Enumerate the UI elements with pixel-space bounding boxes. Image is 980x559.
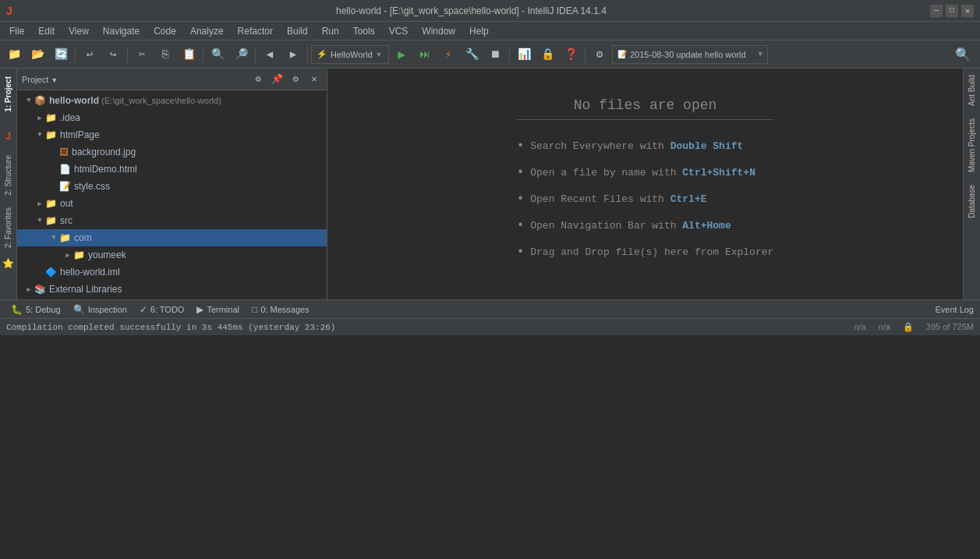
toolbar-search[interactable]: 🔍	[207, 44, 228, 65]
toolbar-replace[interactable]: 🔎	[230, 44, 252, 65]
toolbar-btn-4[interactable]: 🔧	[461, 44, 483, 65]
iml-label: hello-world.iml	[60, 267, 120, 278]
idea-folder-icon: 📁	[45, 112, 57, 124]
tree-com[interactable]: ▼ 📁 com	[17, 229, 327, 246]
menu-window[interactable]: Window	[416, 24, 462, 38]
tree-src[interactable]: ▼ 📁 src	[17, 212, 327, 229]
toolbar-nav-back[interactable]: ◀	[259, 44, 281, 65]
tree-background-jpg[interactable]: 🖼 background.jpg	[17, 143, 327, 161]
project-panel-title: Project ▼	[22, 75, 247, 84]
vcs-commit-text: 2015-08-30 update hello world	[630, 50, 746, 59]
tree-root[interactable]: ▼ 📦 hello-world (E:\git_work_space\hello…	[17, 92, 327, 109]
messages-icon: □	[252, 304, 257, 315]
bg-label: background.jpg	[72, 147, 136, 157]
tree-out[interactable]: ▶ 📁 out	[17, 195, 327, 212]
extlib-label: External Libraries	[49, 284, 122, 295]
hint-bullet-4: •	[517, 218, 525, 232]
status-debug[interactable]: 🐛 5: Debug	[6, 302, 65, 317]
panel-settings-btn[interactable]: ⚙	[250, 72, 266, 87]
sidebar-item-structure[interactable]: 2: Structure	[2, 149, 14, 202]
menu-run[interactable]: Run	[316, 24, 345, 38]
menu-file[interactable]: File	[3, 24, 30, 38]
toolbar-nav-forward[interactable]: ▶	[282, 44, 304, 65]
menu-refactor[interactable]: Refactor	[232, 24, 279, 38]
toolbar-btn-8[interactable]: ❓	[560, 44, 582, 65]
toolbar-sep-7	[585, 47, 586, 62]
panel-pin-btn[interactable]: 📌	[269, 72, 285, 87]
menu-tools[interactable]: Tools	[347, 24, 381, 38]
project-title-arrow[interactable]: ▼	[51, 76, 58, 84]
toolbar-btn-3[interactable]: ⚡	[437, 44, 459, 65]
sidebar-item-favorites[interactable]: 2: Favorites	[2, 201, 14, 254]
toolbar-settings[interactable]: ⚙	[589, 44, 610, 65]
src-arrow: ▼	[34, 215, 45, 226]
status-todo[interactable]: ✓ 6: TODO	[135, 302, 189, 317]
sidebar-item-project[interactable]: 1: Project	[2, 70, 14, 119]
event-log[interactable]: Event Log	[935, 305, 974, 314]
right-sidebar-ant-build[interactable]: Ant Build	[966, 69, 978, 112]
run-config-name: HelloWorld	[331, 50, 373, 59]
status-inspection[interactable]: 🔍 Inspection	[69, 302, 132, 317]
intellij-icon-left: J	[5, 131, 11, 143]
tree-youmeek[interactable]: ▶ 📁 youmeek	[17, 246, 327, 264]
toolbar-undo[interactable]: ↩	[79, 44, 101, 65]
htmlpage-folder-icon: 📁	[45, 129, 57, 141]
close-button[interactable]: ✕	[961, 5, 974, 17]
root-label: hello-world (E:\git_work_space\hello-wor…	[49, 95, 221, 106]
maximize-button[interactable]: □	[946, 5, 958, 17]
minimize-button[interactable]: —	[930, 5, 943, 17]
debug-label: 5: Debug	[26, 305, 61, 314]
menu-vcs[interactable]: VCS	[383, 24, 415, 38]
status-terminal[interactable]: ▶ Terminal	[192, 302, 244, 317]
htmlpage-label: htmlPage	[60, 129, 100, 140]
toolbar-cut[interactable]: ✂	[131, 44, 153, 65]
debug-icon: 🐛	[11, 304, 23, 315]
toolbar-sync[interactable]: 🔄	[50, 44, 72, 65]
toolbar-btn-5[interactable]: ⏹	[484, 44, 506, 65]
root-arrow: ▼	[23, 95, 34, 106]
menu-edit[interactable]: Edit	[32, 24, 61, 38]
menu-code[interactable]: Code	[147, 24, 182, 38]
menu-analyze[interactable]: Analyze	[184, 24, 230, 38]
favorites-star-icon[interactable]: ⭐	[0, 255, 17, 273]
toolbar-open[interactable]: 📂	[27, 44, 48, 65]
toolbar-btn-7[interactable]: 🔒	[536, 44, 558, 65]
toolbar-btn-6[interactable]: 📊	[513, 44, 535, 65]
menu-help[interactable]: Help	[463, 24, 495, 38]
tree-idea[interactable]: ▶ 📁 .idea	[17, 109, 327, 126]
compilation-status: Compilation completed successfully in 3s…	[6, 323, 335, 332]
run-button[interactable]: ▶	[391, 44, 412, 65]
status-messages[interactable]: □ 0: Messages	[247, 302, 314, 317]
menu-view[interactable]: View	[62, 24, 95, 38]
hint-text-1: Search Everywhere with Double Shift	[530, 140, 743, 152]
tree-htmlpage[interactable]: ▼ 📁 htmlPage	[17, 126, 327, 143]
menu-navigate[interactable]: Navigate	[97, 24, 146, 38]
tree-style-css[interactable]: 📝 style.css	[17, 178, 327, 195]
idea-arrow: ▶	[34, 112, 45, 123]
toolbar-btn-2[interactable]: ⏭	[414, 44, 436, 65]
panel-gear-btn[interactable]: ⚙	[288, 72, 303, 87]
window-controls: — □ ✕	[930, 5, 974, 17]
run-config-dropdown[interactable]: ⚡ HelloWorld ▼	[311, 45, 389, 64]
toolbar-sep-4	[255, 47, 256, 62]
right-sidebar-maven[interactable]: Maven Projects	[966, 112, 978, 179]
hint-text-2: Open a file by name with Ctrl+Shift+N	[530, 167, 755, 179]
hint-text-3: Open Recent Files with Ctrl+E	[530, 193, 706, 205]
tree-htmldemo[interactable]: 📄 htmlDemo.html	[17, 161, 327, 178]
menu-build[interactable]: Build	[281, 24, 314, 38]
tree-iml[interactable]: 🔷 hello-world.iml	[17, 264, 327, 281]
tree-external-libs[interactable]: ▶ 📚 External Libraries	[17, 281, 327, 298]
toolbar-new-project[interactable]: 📁	[3, 44, 25, 65]
hint-1: • Search Everywhere with Double Shift	[517, 139, 774, 153]
left-sidebar: 1: Project J 2: Structure 2: Favorites ⭐	[0, 69, 17, 299]
toolbar-paste[interactable]: 📋	[178, 44, 200, 65]
toolbar-redo[interactable]: ↪	[102, 44, 124, 65]
toolbar-copy[interactable]: ⎘	[154, 44, 176, 65]
global-search-icon[interactable]: 🔍	[949, 44, 977, 65]
right-sidebar-database[interactable]: Database	[966, 179, 978, 225]
lock-icon: 🔒	[903, 322, 914, 332]
com-arrow: ▼	[48, 232, 59, 243]
hint-4: • Open Navigation Bar with Alt+Home	[517, 218, 774, 232]
idea-label: .idea	[60, 112, 80, 123]
panel-close-btn[interactable]: ✕	[306, 72, 322, 87]
